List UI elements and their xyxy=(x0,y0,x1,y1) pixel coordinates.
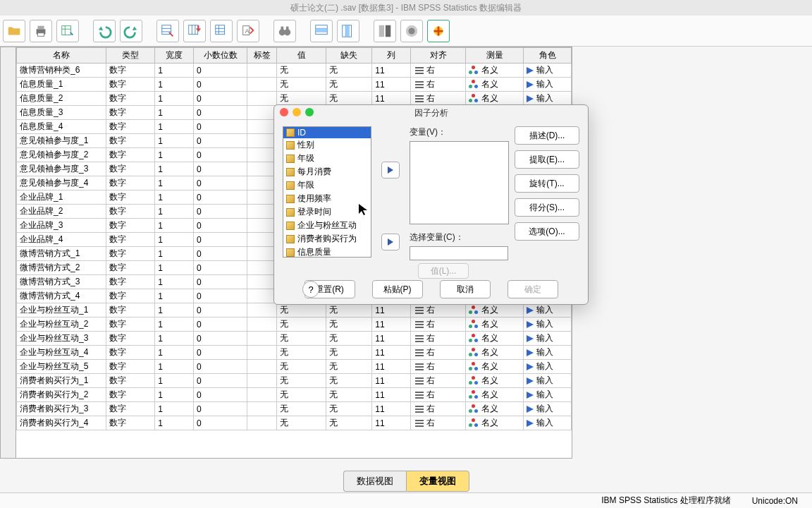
cell-width[interactable]: 1 xyxy=(155,374,194,388)
cell-label[interactable] xyxy=(247,402,277,416)
cell-dec[interactable]: 0 xyxy=(194,332,247,346)
cell-dec[interactable]: 0 xyxy=(194,219,247,233)
cell-measure[interactable]: 名义 xyxy=(466,374,524,388)
move-to-variables-button[interactable] xyxy=(381,162,400,179)
cell-name[interactable]: 微博营销方式_3 xyxy=(17,275,106,289)
cell-dec[interactable]: 0 xyxy=(194,190,247,205)
cell-dec[interactable]: 0 xyxy=(194,388,247,402)
cell-type[interactable]: 数字 xyxy=(106,120,155,134)
cell-measure[interactable]: 名义 xyxy=(466,64,524,78)
cell-align[interactable]: 右 xyxy=(411,64,466,78)
cell-width[interactable]: 1 xyxy=(155,303,194,318)
cell-missing[interactable]: 无 xyxy=(326,388,371,402)
cell-label[interactable] xyxy=(247,318,277,332)
cell-label[interactable] xyxy=(247,275,277,289)
rotate-button[interactable]: 旋转(T)... xyxy=(515,174,579,193)
close-icon[interactable] xyxy=(280,108,288,116)
cell-dec[interactable]: 0 xyxy=(194,92,247,106)
cell-name[interactable]: 消费者购买行为_4 xyxy=(17,416,106,430)
cell-values[interactable]: 无 xyxy=(277,416,326,430)
cell-measure[interactable]: 名义 xyxy=(466,402,524,416)
cell-type[interactable]: 数字 xyxy=(106,176,155,190)
find-button[interactable] xyxy=(273,20,296,42)
table-row[interactable]: 企业与粉丝互动_5数字10无无11右名义输入 xyxy=(17,360,572,374)
cell-dec[interactable]: 0 xyxy=(194,374,247,388)
source-var-item[interactable]: ID xyxy=(283,127,371,138)
cell-values[interactable]: 无 xyxy=(277,360,326,374)
options-button[interactable]: 选项(O)... xyxy=(515,222,579,241)
cell-name[interactable]: 消费者购买行为_2 xyxy=(17,388,106,402)
cell-name[interactable]: 意见领袖参与度_3 xyxy=(17,162,106,176)
cell-dec[interactable]: 0 xyxy=(194,402,247,416)
cell-align[interactable]: 右 xyxy=(411,92,466,106)
cell-dec[interactable]: 0 xyxy=(194,360,247,374)
source-variable-list[interactable]: ID性别年级每月消费年限使用频率登录时间企业与粉丝互动消费者购买行为信息质量意见… xyxy=(283,126,371,258)
cell-type[interactable]: 数字 xyxy=(106,318,155,332)
table-row[interactable]: 信息质量_2数字10无无11右名义输入 xyxy=(17,92,572,106)
col-header-role[interactable]: 角色 xyxy=(524,48,572,64)
cell-missing[interactable]: 无 xyxy=(326,374,371,388)
cell-width[interactable]: 1 xyxy=(155,275,194,289)
cell-dec[interactable]: 0 xyxy=(194,78,247,92)
cell-cols[interactable]: 11 xyxy=(372,346,411,360)
cell-type[interactable]: 数字 xyxy=(106,388,155,402)
cell-width[interactable]: 1 xyxy=(155,219,194,233)
cell-type[interactable]: 数字 xyxy=(106,64,155,78)
table-row[interactable]: 微博营销种类_6数字10无无11右名义输入 xyxy=(17,64,572,78)
cell-dec[interactable]: 0 xyxy=(194,346,247,360)
cell-label[interactable] xyxy=(247,120,277,134)
cell-role[interactable]: 输入 xyxy=(524,402,572,416)
table-row[interactable]: 消费者购买行为_1数字10无无11右名义输入 xyxy=(17,374,572,388)
cell-cols[interactable]: 11 xyxy=(372,388,411,402)
cell-dec[interactable]: 0 xyxy=(194,205,247,219)
help-button[interactable]: ? xyxy=(302,281,319,298)
cell-type[interactable]: 数字 xyxy=(106,261,155,275)
cell-type[interactable]: 数字 xyxy=(106,346,155,360)
cell-name[interactable]: 意见领袖参与度_4 xyxy=(17,176,106,190)
cell-dec[interactable]: 0 xyxy=(194,106,247,120)
cell-label[interactable] xyxy=(247,106,277,120)
goto-case-button[interactable] xyxy=(156,20,179,42)
source-var-item[interactable]: 每月消费 xyxy=(283,165,371,179)
cell-label[interactable] xyxy=(247,416,277,430)
cell-label[interactable] xyxy=(247,92,277,106)
cell-label[interactable] xyxy=(247,261,277,275)
cell-width[interactable]: 1 xyxy=(155,205,194,219)
cell-values[interactable]: 无 xyxy=(277,318,326,332)
cell-name[interactable]: 企业与粉丝互动_3 xyxy=(17,332,106,346)
cell-values[interactable]: 无 xyxy=(277,332,326,346)
cell-name[interactable]: 消费者购买行为_3 xyxy=(17,402,106,416)
cell-type[interactable]: 数字 xyxy=(106,247,155,261)
cell-label[interactable] xyxy=(247,64,277,78)
cell-type[interactable]: 数字 xyxy=(106,402,155,416)
cell-values[interactable]: 无 xyxy=(277,402,326,416)
cell-name[interactable]: 企业与粉丝互动_2 xyxy=(17,318,106,332)
source-var-item[interactable]: 消费者购买行为 xyxy=(283,232,371,246)
cell-values[interactable]: 无 xyxy=(277,78,326,92)
cell-dec[interactable]: 0 xyxy=(194,261,247,275)
cell-width[interactable]: 1 xyxy=(155,318,194,332)
cell-width[interactable]: 1 xyxy=(155,233,194,247)
cell-width[interactable]: 1 xyxy=(155,360,194,374)
cell-dec[interactable]: 0 xyxy=(194,176,247,190)
selection-var-input[interactable] xyxy=(410,246,508,260)
cell-width[interactable]: 1 xyxy=(155,92,194,106)
cell-measure[interactable]: 名义 xyxy=(466,346,524,360)
weight-cases-button[interactable] xyxy=(400,20,423,42)
goto-var-button[interactable] xyxy=(183,20,206,42)
open-button[interactable] xyxy=(3,20,25,42)
cell-align[interactable]: 右 xyxy=(411,318,466,332)
cell-label[interactable] xyxy=(247,162,277,176)
cell-width[interactable]: 1 xyxy=(155,402,194,416)
paste-button[interactable]: 粘贴(P) xyxy=(372,280,423,298)
cell-name[interactable]: 信息质量_4 xyxy=(17,120,106,134)
cell-role[interactable]: 输入 xyxy=(524,318,572,332)
move-to-selection-button[interactable] xyxy=(381,234,400,250)
cell-label[interactable] xyxy=(247,360,277,374)
source-var-item[interactable]: 年限 xyxy=(283,179,371,192)
cell-align[interactable]: 右 xyxy=(411,388,466,402)
cell-measure[interactable]: 名义 xyxy=(466,332,524,346)
col-header-missing[interactable]: 缺失 xyxy=(326,48,371,64)
cell-width[interactable]: 1 xyxy=(155,120,194,134)
extract-button[interactable]: 提取(E)... xyxy=(515,150,579,169)
